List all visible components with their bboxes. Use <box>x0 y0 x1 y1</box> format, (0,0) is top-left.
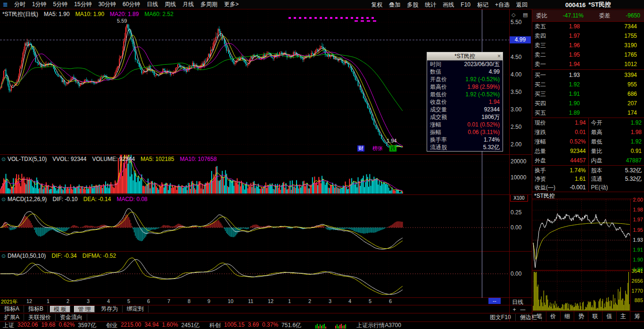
month-label: 7 <box>167 298 170 304</box>
ask-row[interactable]: 卖四1.971755 <box>532 31 644 41</box>
stat-cell: 涨幅0.52% <box>532 137 588 146</box>
mini-axis-label: 2656 <box>630 278 643 284</box>
quote-tab[interactable]: 细 <box>560 312 574 321</box>
mini-axis-label: 1.90 <box>630 257 643 262</box>
bottom-tab[interactable]: 关联报价 <box>24 314 56 321</box>
axis-label: 20000 <box>511 158 526 165</box>
axis-label: 3.00 <box>511 106 521 113</box>
menu-item[interactable]: 1分钟 <box>29 0 50 8</box>
diamond-icon[interactable]: ◇ <box>512 12 515 18</box>
index-quote[interactable]: 科创1005.153.690.37%751.6亿 <box>209 321 305 329</box>
month-label: 1 <box>47 298 50 304</box>
weicha-label: 委差 <box>599 12 610 20</box>
quote-tab[interactable]: 笔 <box>532 312 546 321</box>
index-quote[interactable]: 创业2215.0034.941.60%2451亿 <box>106 321 203 329</box>
indicator-label: VOL-TDX(5,10) <box>8 156 47 162</box>
collapse-icon[interactable]: ⊙ <box>1 156 6 162</box>
window-icon[interactable]: ▤ <box>523 12 528 18</box>
quote-tab[interactable]: 联 <box>588 312 602 321</box>
mini-axis-label: 1.95 <box>630 227 643 233</box>
quote-tab[interactable]: 价 <box>546 312 560 321</box>
quote-tab[interactable]: 势 <box>574 312 588 321</box>
bottom-tab[interactable]: 资金流向 <box>56 314 87 321</box>
index-quote[interactable]: 上证3202.0619.680.62%3597亿 <box>3 321 99 329</box>
menu-item[interactable]: 60分钟 <box>119 0 143 8</box>
quote-source-label: 上证示行情A3700 <box>356 321 401 329</box>
bid-row[interactable]: 买四1.90207 <box>532 99 644 108</box>
month-label: 3 <box>329 298 331 304</box>
ask-row[interactable]: 卖一1.941012 <box>532 59 644 69</box>
axis-label: 4.00 <box>511 71 521 78</box>
month-label: 10 <box>228 298 233 304</box>
menu-item[interactable]: 月线 <box>179 0 197 8</box>
ask-row[interactable]: 卖三1.963190 <box>532 41 644 50</box>
axis-label: 0.25 <box>511 209 521 216</box>
collapse-icon[interactable]: ⊙ <box>1 196 6 202</box>
mini-axis-label: 1.98 <box>630 207 643 212</box>
menu-item[interactable]: 返回 <box>513 1 531 9</box>
close-icon[interactable]: × <box>497 52 501 60</box>
volume-unit-label: X100 <box>510 194 528 202</box>
mini-axis-label: 1.93 <box>630 237 643 243</box>
bid-row[interactable]: 买五1.89174 <box>532 108 644 118</box>
intraday-mini-chart[interactable] <box>533 199 630 311</box>
month-label: 5 <box>369 298 372 304</box>
menu-item[interactable]: F10 <box>457 1 474 8</box>
bottom-tab[interactable]: 另存为 <box>97 305 123 312</box>
bottom-tab[interactable]: 指标B <box>24 305 48 312</box>
menu-item[interactable]: 画线 <box>439 1 457 9</box>
menu-item[interactable]: 分时 <box>11 0 29 8</box>
menu-item[interactable]: 统计 <box>421 1 439 9</box>
quote-tab[interactable]: 值 <box>602 312 616 321</box>
quote-tab[interactable]: 筹 <box>630 312 644 321</box>
mini-axis-label: 2.00 <box>630 197 643 202</box>
status-bar: 上证3202.0619.680.62%3597亿创业2215.0034.941.… <box>0 322 644 329</box>
collapse-icon[interactable]: ⊙ <box>1 253 6 259</box>
zoom-in-button[interactable]: + <box>511 306 518 313</box>
view-button[interactable]: 图文F10 <box>486 314 516 321</box>
bottom-tab[interactable]: 绑定到 <box>123 305 149 312</box>
tooltip-row: 成交量92344 <box>427 106 503 113</box>
menu-item[interactable]: 日线 <box>143 0 161 8</box>
tooltip-row: 数值4.99 <box>427 68 503 76</box>
weibi-label: 委比 <box>536 12 547 20</box>
bottom-tab[interactable]: 指标A <box>0 305 24 312</box>
month-label: 6 <box>147 298 150 304</box>
tooltip-row: 流通股5.32亿 <box>427 143 503 151</box>
tooltip-row: 换手率1.74% <box>427 136 503 143</box>
menu-item[interactable]: 5分钟 <box>50 0 71 8</box>
menu-item[interactable]: 30分钟 <box>95 0 119 8</box>
ask-row[interactable]: 卖五1.987344 <box>532 22 644 31</box>
bid-row[interactable]: 买三1.91686 <box>532 89 644 99</box>
indicator-label: MACD(12,26,9) <box>8 196 47 202</box>
menu-item[interactable]: 复权 <box>368 1 386 9</box>
menu-item[interactable]: 15分钟 <box>71 0 95 8</box>
month-label: 8 <box>188 298 190 304</box>
bottom-tab[interactable]: 扩展A <box>0 314 24 321</box>
mini-axis-label: 1.97 <box>630 217 643 222</box>
ask-row[interactable]: 卖二1.951765 <box>532 50 644 59</box>
axis-label: 10000 <box>511 174 526 181</box>
stat-cell: 外盘44457 <box>532 156 588 165</box>
menu-item[interactable]: 周线 <box>161 0 179 8</box>
menu-item[interactable]: +自选 <box>492 1 513 9</box>
menu-item[interactable]: 多周期 <box>197 0 221 8</box>
bid-queue: 买一1.933394买二1.92955买三1.91686买四1.90207买五1… <box>532 70 644 118</box>
quote-panel-tabs: 笔价细势联值主筹 <box>532 312 644 321</box>
menu-item[interactable]: 更多> <box>221 0 242 8</box>
app-menu-icon[interactable]: ≣ <box>0 1 11 8</box>
quote-tab[interactable]: 主 <box>616 312 630 321</box>
bid-row[interactable]: 买一1.933394 <box>532 70 644 80</box>
macd-chart[interactable] <box>0 194 509 251</box>
axis-label: 0.00 <box>511 224 521 231</box>
menu-item[interactable]: 标记 <box>474 1 492 9</box>
bid-row[interactable]: 买二1.92955 <box>532 80 644 89</box>
main-indicator-labels: *ST民控(日线)MA5: 1.90MA10: 1.90MA20: 1.89MA… <box>2 11 173 17</box>
menu-item[interactable]: 叠加 <box>386 1 404 9</box>
menu-item[interactable]: 多股 <box>404 1 421 9</box>
bottom-tab[interactable]: 管 理 <box>74 306 94 312</box>
bottom-tab[interactable]: 模 板 <box>50 306 70 312</box>
month-label: 12 <box>26 298 32 304</box>
indicator-label: DMA(10,50,10) <box>8 253 46 259</box>
axis-label: 2.50 <box>511 124 521 130</box>
